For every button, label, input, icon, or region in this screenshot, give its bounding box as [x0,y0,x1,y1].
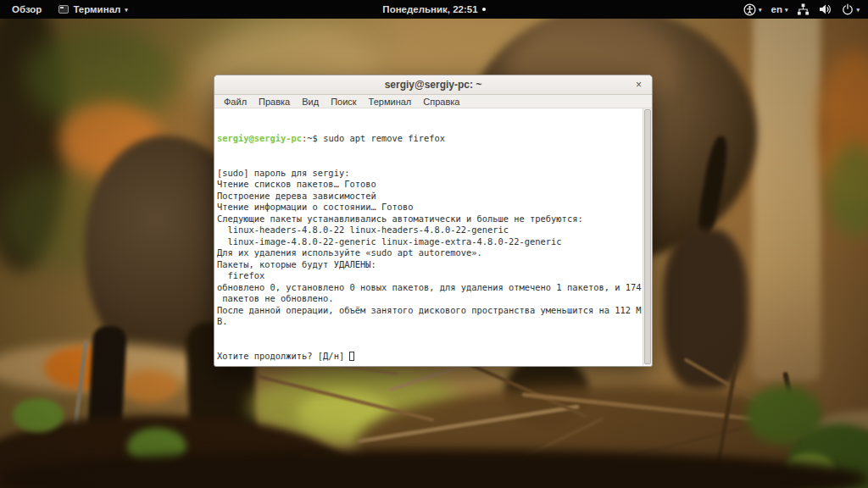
chevron-down-icon: ▾ [856,7,860,13]
terminal-app-icon [58,5,69,14]
boar-right-tail [695,135,732,238]
wallpaper-shape [683,358,821,439]
wallpaper-shape [44,346,125,390]
wallpaper-shape [592,413,794,467]
wallpaper-shape [305,458,356,487]
app-menu-button[interactable]: Терминал ▾ [58,4,127,14]
terminal-window: sergiy@sergiy-pc: ~ × ФайлПравкаВидПоиск… [214,75,653,367]
wallpaper-shape [357,404,580,443]
volume-indicator[interactable] [819,3,832,15]
terminal-output: [sudo] пароль для sergiy:Чтение списков … [217,168,640,328]
wallpaper-shape [818,51,868,203]
menu-item-3[interactable]: Поиск [325,97,362,107]
wallpaper-shape [534,458,581,487]
wallpaper-shape [826,144,868,237]
terminal-line: firefox [217,270,640,282]
wallpaper-shape [301,454,475,469]
wallpaper-shape [120,369,180,403]
terminal-line: [sudo] пароль для sergiy: [217,168,640,180]
terminal-content[interactable]: sergiy@sergiy-pc:~$ sudo apt remove fire… [214,108,652,365]
keyboard-layout-menu[interactable]: en ▾ [771,4,788,14]
volume-icon [819,3,832,15]
terminal-line: Следующие пакеты устанавливались автомат… [217,214,640,225]
boar-right-leg [663,229,748,390]
wallpaper-shape [0,343,212,392]
chevron-down-icon: ▾ [125,7,128,13]
chevron-down-icon: ▾ [785,7,788,13]
window-titlebar[interactable]: sergiy@sergiy-pc: ~ × [214,75,652,95]
clock-label: Понедельник, 22:51 [382,4,477,14]
network-icon [797,3,810,15]
top-bar: Обзор Терминал ▾ Понедельник, 22:51 ▾ [0,0,868,19]
terminal-line: После данной операции, объём занятого ди… [217,305,640,317]
wallpaper-shape [59,102,161,178]
terminal-line: linux-image-4.8.0-22-generic linux-image… [217,236,640,248]
terminal-line: обновлено 0, установлено 0 новых пакетов… [217,282,640,294]
power-menu[interactable]: ▾ [842,3,860,15]
wallpaper-shape [0,449,868,488]
scrollbar-thumb[interactable] [644,109,651,364]
wallpaper-shape [746,385,822,445]
wallpaper-shape [0,415,348,488]
network-indicator[interactable] [797,3,810,15]
keyboard-layout-label: en [771,4,782,14]
clock-button[interactable]: Понедельник, 22:51 [382,4,485,14]
wallpaper-shape [127,428,186,466]
terminal-line: В. [217,316,640,328]
power-icon [842,3,854,15]
wallpaper-shape [782,372,808,469]
terminal-prompt-line: sergiy@sergiy-pc:~$ sudo apt remove fire… [217,133,640,145]
wallpaper-shape [783,404,868,444]
wallpaper-shape [522,392,763,422]
clock-area: Понедельник, 22:51 [0,0,868,19]
activities-button[interactable]: Обзор [8,4,45,14]
desktop: Обзор Терминал ▾ Понедельник, 22:51 ▾ [0,0,868,488]
notification-dot-icon [482,8,486,11]
prompt-user-host: sergiy@sergiy-pc [217,133,302,143]
status-area: ▾ en ▾ [743,3,860,16]
window-title: sergiy@sergiy-pc: ~ [385,79,482,91]
question-text: Хотите продолжить? [Д/н] [217,351,349,361]
terminal-question-line: Хотите продолжить? [Д/н] [217,351,640,363]
wallpaper-shape [725,114,868,152]
menu-item-0[interactable]: Файл [218,97,253,107]
wallpaper-shape [356,385,848,488]
menu-item-1[interactable]: Правка [253,97,296,107]
wallpaper-shape [25,25,178,127]
wallpaper-shape [788,424,868,488]
close-button[interactable]: × [632,79,645,92]
wallpaper-shape [13,398,64,432]
prompt-path: :~$ [302,133,323,143]
terminal-line: Пакеты, которые будут УДАЛЕНЫ: [217,259,640,271]
boar-left-leg [86,325,127,458]
accessibility-menu[interactable]: ▾ [743,3,762,16]
terminal-line: Построение дерева зависимостей [217,191,640,202]
terminal-command: sudo apt remove firefox [323,133,445,143]
wallpaper-shape [0,0,68,271]
wallpaper-shape [784,453,835,487]
menu-item-4[interactable]: Терминал [363,97,418,107]
chevron-down-icon: ▾ [759,7,762,13]
terminal-line: linux-headers-4.8.0-22 linux-headers-4.8… [217,225,640,236]
wallpaper-shape [69,341,88,463]
wallpaper-shape [0,169,119,271]
terminal-cursor [349,352,354,361]
wallpaper-shape [257,374,435,422]
menu-item-2[interactable]: Вид [296,97,325,107]
menu-item-5[interactable]: Справка [417,97,465,107]
terminal-line: Чтение информации о состоянии… Готово [217,202,640,214]
terminal-line: пакетов не обновлено. [217,293,640,305]
wallpaper-shape [250,366,462,446]
accessibility-icon [743,3,756,16]
wallpaper-shape [297,390,390,436]
terminal-line: Чтение списков пакетов… Готово [217,179,640,191]
window-menubar: ФайлПравкаВидПоискТерминалСправка [214,95,652,108]
app-menu-label: Терминал [73,4,120,14]
wallpaper-shape [715,363,738,469]
terminal-scrollbar[interactable] [643,108,652,365]
tree-trunk [753,0,821,381]
terminal-line: Для их удаления используйте «sudo apt au… [217,247,640,259]
wallpaper-shape [476,417,604,481]
